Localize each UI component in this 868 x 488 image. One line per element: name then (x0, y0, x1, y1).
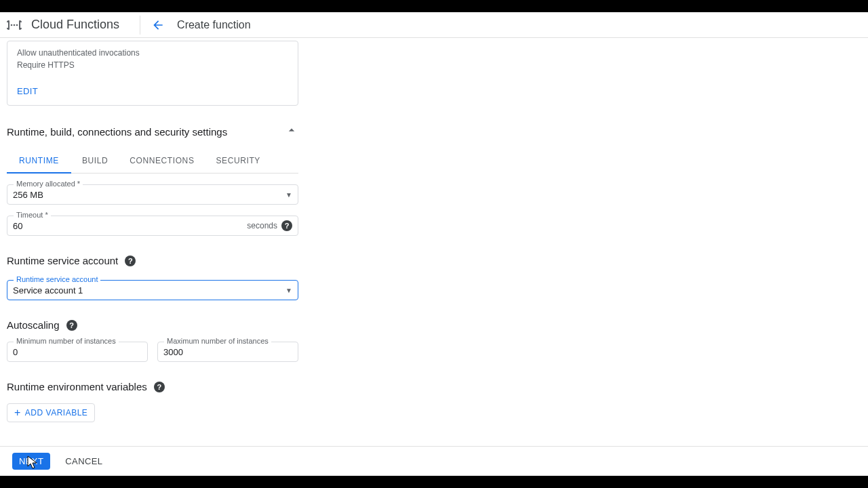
trigger-https-line: Require HTTPS (17, 59, 288, 71)
advanced-settings-toggle[interactable]: Runtime, build, connections and security… (7, 123, 298, 140)
chevron-up-icon (285, 123, 298, 140)
product-title: Cloud Functions (31, 18, 119, 32)
service-account-label: Runtime service account (14, 275, 100, 283)
footer-bar: NEXT CANCEL (0, 446, 868, 476)
memory-label: Memory allocated * (14, 180, 83, 188)
dropdown-caret-icon: ▼ (285, 191, 292, 199)
help-icon[interactable]: ? (154, 382, 165, 392)
trigger-auth-line: Allow unauthenticated invocations (17, 47, 288, 59)
add-variable-button[interactable]: + ADD VARIABLE (7, 403, 95, 422)
tab-runtime[interactable]: RUNTIME (7, 149, 71, 174)
memory-allocated-field[interactable]: Memory allocated * 256 MB ▼ (7, 184, 298, 205)
max-instances-label: Maximum number of instances (164, 337, 271, 345)
svg-point-1 (14, 24, 16, 26)
help-icon[interactable]: ? (281, 220, 292, 231)
settings-tabs: RUNTIME BUILD CONNECTIONS SECURITY (7, 149, 298, 174)
autoscaling-heading: Autoscaling (7, 319, 60, 331)
window-bottom-bar (0, 476, 868, 488)
advanced-settings-title: Runtime, build, connections and security… (7, 126, 227, 138)
env-vars-heading: Runtime environment variables (7, 381, 147, 392)
app-header: Cloud Functions Create function (0, 12, 868, 38)
svg-point-2 (16, 24, 18, 26)
timeout-label: Timeout * (14, 211, 51, 219)
max-instances-value: 3000 (163, 347, 183, 357)
page-title: Create function (177, 19, 251, 31)
help-icon[interactable]: ? (125, 256, 136, 266)
trigger-summary-card: Allow unauthenticated invocations Requir… (7, 41, 298, 106)
max-instances-field[interactable]: Maximum number of instances 3000 (157, 342, 298, 362)
tab-security[interactable]: SECURITY (205, 149, 271, 173)
min-instances-value: 0 (13, 347, 18, 357)
back-arrow-icon[interactable] (151, 18, 165, 32)
dropdown-caret-icon: ▼ (285, 287, 292, 294)
cancel-button[interactable]: CANCEL (65, 456, 102, 466)
divider (140, 16, 140, 35)
tab-connections[interactable]: CONNECTIONS (119, 149, 205, 173)
add-variable-label: ADD VARIABLE (25, 408, 87, 418)
service-account-value: Service account 1 (13, 285, 83, 296)
edit-trigger-button[interactable]: EDIT (17, 86, 38, 96)
service-account-heading: Runtime service account (7, 255, 118, 266)
timeout-value: 60 (13, 221, 22, 231)
service-account-select[interactable]: Runtime service account Service account … (7, 280, 298, 300)
timeout-field[interactable]: Timeout * 60 seconds ? (7, 216, 298, 236)
svg-point-0 (11, 24, 13, 26)
memory-value: 256 MB (13, 190, 43, 200)
plus-icon: + (14, 409, 21, 417)
help-icon[interactable]: ? (66, 320, 77, 331)
timeout-unit: seconds (247, 221, 277, 230)
cloud-functions-icon (5, 16, 23, 34)
window-top-bar (0, 0, 868, 12)
min-instances-label: Minimum number of instances (14, 337, 119, 345)
min-instances-field[interactable]: Minimum number of instances 0 (7, 342, 148, 362)
next-button[interactable]: NEXT (12, 453, 50, 470)
tab-build[interactable]: BUILD (71, 149, 119, 173)
